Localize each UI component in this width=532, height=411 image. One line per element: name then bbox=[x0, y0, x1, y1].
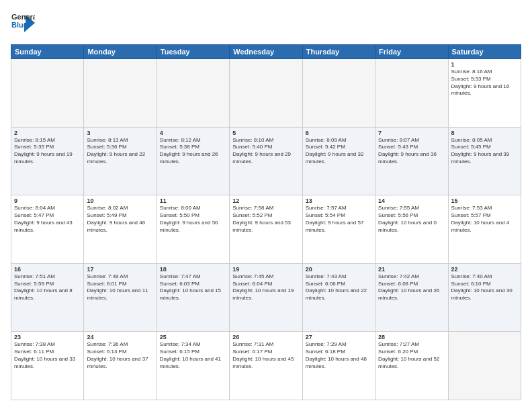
day-number: 16 bbox=[14, 266, 81, 273]
calendar-day-cell: 4Sunrise: 8:12 AM Sunset: 5:38 PM Daylig… bbox=[157, 127, 229, 195]
day-number: 21 bbox=[378, 266, 445, 273]
logo-icon: General Blue bbox=[11, 11, 35, 35]
day-info: Sunrise: 7:38 AM Sunset: 6:11 PM Dayligh… bbox=[14, 341, 81, 370]
day-number: 12 bbox=[232, 197, 299, 204]
svg-text:Blue: Blue bbox=[11, 21, 28, 29]
col-header-tuesday: Tuesday bbox=[157, 45, 229, 59]
day-info: Sunrise: 7:51 AM Sunset: 5:59 PM Dayligh… bbox=[14, 273, 81, 302]
calendar-day-cell: 7Sunrise: 8:07 AM Sunset: 5:43 PM Daylig… bbox=[375, 127, 448, 195]
day-number: 20 bbox=[306, 266, 372, 273]
calendar-day-cell: 14Sunrise: 7:55 AM Sunset: 5:56 PM Dayli… bbox=[375, 195, 448, 264]
calendar-week-row: 16Sunrise: 7:51 AM Sunset: 5:59 PM Dayli… bbox=[11, 263, 521, 332]
day-info: Sunrise: 7:58 AM Sunset: 5:52 PM Dayligh… bbox=[232, 205, 299, 234]
day-number: 19 bbox=[232, 266, 299, 273]
day-info: Sunrise: 7:43 AM Sunset: 6:06 PM Dayligh… bbox=[306, 273, 372, 302]
day-number: 10 bbox=[87, 197, 153, 204]
calendar-day-cell: 2Sunrise: 8:15 AM Sunset: 5:35 PM Daylig… bbox=[11, 127, 84, 195]
header: General Blue bbox=[11, 11, 521, 38]
calendar-day-cell: 15Sunrise: 7:53 AM Sunset: 5:57 PM Dayli… bbox=[448, 195, 521, 264]
day-info: Sunrise: 7:27 AM Sunset: 6:20 PM Dayligh… bbox=[378, 341, 445, 370]
day-info: Sunrise: 7:45 AM Sunset: 6:04 PM Dayligh… bbox=[232, 273, 299, 302]
day-number: 27 bbox=[306, 334, 372, 340]
day-number: 5 bbox=[232, 130, 299, 136]
calendar-day-cell: 6Sunrise: 8:09 AM Sunset: 5:42 PM Daylig… bbox=[302, 127, 375, 195]
day-info: Sunrise: 8:13 AM Sunset: 5:36 PM Dayligh… bbox=[87, 137, 153, 166]
calendar-day-cell: 5Sunrise: 8:10 AM Sunset: 5:40 PM Daylig… bbox=[230, 127, 302, 195]
col-header-monday: Monday bbox=[84, 45, 157, 59]
page: General Blue SundayMondayTuesdayWednesda… bbox=[0, 0, 532, 411]
day-number: 4 bbox=[160, 130, 226, 136]
day-info: Sunrise: 8:15 AM Sunset: 5:35 PM Dayligh… bbox=[14, 137, 81, 166]
day-info: Sunrise: 8:04 AM Sunset: 5:47 PM Dayligh… bbox=[14, 205, 81, 234]
calendar-day-cell: 3Sunrise: 8:13 AM Sunset: 5:36 PM Daylig… bbox=[84, 127, 157, 195]
day-number: 26 bbox=[232, 334, 299, 340]
calendar-day-cell: 22Sunrise: 7:40 AM Sunset: 6:10 PM Dayli… bbox=[448, 263, 521, 332]
calendar-day-cell: 10Sunrise: 8:02 AM Sunset: 5:49 PM Dayli… bbox=[84, 195, 157, 264]
day-number: 3 bbox=[87, 130, 153, 136]
day-info: Sunrise: 8:16 AM Sunset: 5:33 PM Dayligh… bbox=[451, 68, 518, 97]
day-info: Sunrise: 7:55 AM Sunset: 5:56 PM Dayligh… bbox=[378, 205, 445, 234]
day-number: 22 bbox=[451, 266, 518, 273]
day-number: 25 bbox=[160, 334, 226, 340]
day-number: 1 bbox=[451, 61, 518, 68]
calendar-header-row: SundayMondayTuesdayWednesdayThursdayFrid… bbox=[11, 45, 521, 59]
day-number: 14 bbox=[378, 197, 445, 204]
day-number: 28 bbox=[378, 334, 445, 340]
day-info: Sunrise: 7:34 AM Sunset: 6:15 PM Dayligh… bbox=[160, 341, 226, 370]
calendar-day-cell: 21Sunrise: 7:42 AM Sunset: 6:08 PM Dayli… bbox=[375, 263, 448, 332]
calendar-week-row: 23Sunrise: 7:38 AM Sunset: 6:11 PM Dayli… bbox=[11, 332, 521, 400]
day-info: Sunrise: 8:02 AM Sunset: 5:49 PM Dayligh… bbox=[87, 205, 153, 234]
col-header-friday: Friday bbox=[375, 45, 448, 59]
calendar-table: SundayMondayTuesdayWednesdayThursdayFrid… bbox=[11, 44, 521, 400]
day-info: Sunrise: 7:42 AM Sunset: 6:08 PM Dayligh… bbox=[378, 273, 445, 302]
calendar-day-cell bbox=[375, 59, 448, 128]
calendar-day-cell: 27Sunrise: 7:29 AM Sunset: 6:18 PM Dayli… bbox=[302, 332, 375, 400]
day-number: 13 bbox=[306, 197, 372, 204]
calendar-day-cell: 16Sunrise: 7:51 AM Sunset: 5:59 PM Dayli… bbox=[11, 263, 84, 332]
calendar-day-cell: 12Sunrise: 7:58 AM Sunset: 5:52 PM Dayli… bbox=[230, 195, 302, 264]
day-info: Sunrise: 7:29 AM Sunset: 6:18 PM Dayligh… bbox=[306, 341, 372, 370]
day-info: Sunrise: 7:31 AM Sunset: 6:17 PM Dayligh… bbox=[232, 341, 299, 370]
day-info: Sunrise: 7:47 AM Sunset: 6:03 PM Dayligh… bbox=[160, 273, 226, 302]
col-header-wednesday: Wednesday bbox=[230, 45, 302, 59]
day-number: 11 bbox=[160, 197, 226, 204]
calendar-week-row: 1Sunrise: 8:16 AM Sunset: 5:33 PM Daylig… bbox=[11, 59, 521, 128]
logo: General Blue bbox=[11, 11, 35, 38]
calendar-day-cell: 28Sunrise: 7:27 AM Sunset: 6:20 PM Dayli… bbox=[375, 332, 448, 400]
calendar-day-cell: 8Sunrise: 8:05 AM Sunset: 5:45 PM Daylig… bbox=[448, 127, 521, 195]
day-info: Sunrise: 7:53 AM Sunset: 5:57 PM Dayligh… bbox=[451, 205, 518, 234]
day-number: 18 bbox=[160, 266, 226, 273]
calendar-day-cell: 23Sunrise: 7:38 AM Sunset: 6:11 PM Dayli… bbox=[11, 332, 84, 400]
day-info: Sunrise: 8:05 AM Sunset: 5:45 PM Dayligh… bbox=[451, 137, 518, 166]
calendar-week-row: 2Sunrise: 8:15 AM Sunset: 5:35 PM Daylig… bbox=[11, 127, 521, 195]
calendar-day-cell: 18Sunrise: 7:47 AM Sunset: 6:03 PM Dayli… bbox=[157, 263, 229, 332]
calendar-day-cell: 25Sunrise: 7:34 AM Sunset: 6:15 PM Dayli… bbox=[157, 332, 229, 400]
calendar-day-cell bbox=[230, 59, 302, 128]
calendar-day-cell bbox=[11, 59, 84, 128]
day-number: 15 bbox=[451, 197, 518, 204]
day-number: 8 bbox=[451, 130, 518, 136]
calendar-day-cell: 20Sunrise: 7:43 AM Sunset: 6:06 PM Dayli… bbox=[302, 263, 375, 332]
day-number: 23 bbox=[14, 334, 81, 340]
day-info: Sunrise: 8:12 AM Sunset: 5:38 PM Dayligh… bbox=[160, 137, 226, 166]
day-info: Sunrise: 7:57 AM Sunset: 5:54 PM Dayligh… bbox=[306, 205, 372, 234]
day-number: 7 bbox=[378, 130, 445, 136]
day-number: 6 bbox=[306, 130, 372, 136]
col-header-sunday: Sunday bbox=[11, 45, 84, 59]
calendar-day-cell bbox=[84, 59, 157, 128]
day-number: 9 bbox=[14, 197, 81, 204]
calendar-day-cell bbox=[448, 332, 521, 400]
calendar-week-row: 9Sunrise: 8:04 AM Sunset: 5:47 PM Daylig… bbox=[11, 195, 521, 264]
calendar-day-cell: 17Sunrise: 7:49 AM Sunset: 6:01 PM Dayli… bbox=[84, 263, 157, 332]
day-number: 2 bbox=[14, 130, 81, 136]
calendar-day-cell: 24Sunrise: 7:36 AM Sunset: 6:13 PM Dayli… bbox=[84, 332, 157, 400]
col-header-saturday: Saturday bbox=[448, 45, 521, 59]
day-number: 17 bbox=[87, 266, 153, 273]
svg-text:General: General bbox=[11, 13, 35, 21]
day-info: Sunrise: 8:00 AM Sunset: 5:50 PM Dayligh… bbox=[160, 205, 226, 234]
day-info: Sunrise: 7:36 AM Sunset: 6:13 PM Dayligh… bbox=[87, 341, 153, 370]
day-info: Sunrise: 8:10 AM Sunset: 5:40 PM Dayligh… bbox=[232, 137, 299, 166]
calendar-day-cell: 1Sunrise: 8:16 AM Sunset: 5:33 PM Daylig… bbox=[448, 59, 521, 128]
calendar-day-cell: 11Sunrise: 8:00 AM Sunset: 5:50 PM Dayli… bbox=[157, 195, 229, 264]
calendar-day-cell: 26Sunrise: 7:31 AM Sunset: 6:17 PM Dayli… bbox=[230, 332, 302, 400]
